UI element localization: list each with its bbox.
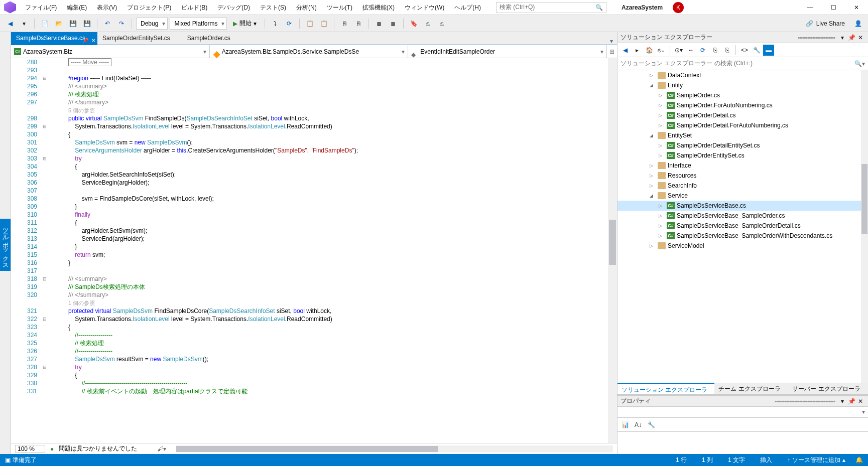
- se-btn-3[interactable]: ⎘: [709, 45, 720, 56]
- document-tab[interactable]: SampleOrderEntitySet.cs: [97, 32, 182, 45]
- tb-icon-4[interactable]: ⎘: [352, 18, 364, 30]
- fold-column[interactable]: ⊟⊟⊟⊟⊟⊟: [41, 58, 48, 443]
- panel-tab[interactable]: チーム エクスプローラー: [714, 383, 788, 394]
- menu-item[interactable]: ウィンドウ(W): [400, 0, 449, 15]
- tree-item[interactable]: ▷DataContext: [617, 70, 868, 80]
- se-btn-6[interactable]: 🔧: [751, 45, 762, 56]
- panel-pin-button[interactable]: 📌: [847, 398, 856, 405]
- tree-item[interactable]: ▷C#SampleDsServiceBase.cs: [617, 201, 868, 211]
- se-sync-button[interactable]: ⎋▾: [656, 45, 667, 56]
- horizontal-scrollbar[interactable]: [176, 445, 613, 452]
- prop-alpha-button[interactable]: A↓: [633, 419, 644, 430]
- tb-icon-2[interactable]: 📋: [318, 18, 330, 30]
- se-btn-5[interactable]: <>: [739, 45, 750, 56]
- document-tab[interactable]: SampleDsServiceBase.cs📌✕: [11, 32, 97, 45]
- menu-item[interactable]: プロジェクト(P): [122, 0, 176, 15]
- save-all-button[interactable]: 💾: [81, 18, 93, 30]
- namespace-combo[interactable]: C# AzareaSystem.Biz: [11, 45, 210, 58]
- menu-item[interactable]: テスト(S): [255, 0, 291, 15]
- menu-item[interactable]: 表示(V): [92, 0, 122, 15]
- tree-scrollbar[interactable]: [861, 70, 868, 383]
- document-tab[interactable]: SampleOrder.cs: [182, 32, 242, 45]
- tree-item[interactable]: ▷C#SampleOrderEntitySet.cs: [617, 150, 868, 161]
- panel-pin-button[interactable]: 📌: [847, 34, 856, 41]
- scrollbar-thumb[interactable]: [861, 164, 867, 234]
- close-button[interactable]: ✕: [845, 0, 868, 15]
- feedback-button[interactable]: 👤: [852, 18, 864, 30]
- tree-item[interactable]: ▷SearchInfo: [617, 181, 868, 191]
- code-content[interactable]: ----- Move ----- #region ----- Find(Data…: [48, 58, 608, 443]
- panel-menu-button[interactable]: ▾: [838, 34, 847, 41]
- menu-item[interactable]: デバッグ(D): [212, 0, 255, 15]
- se-refresh-button[interactable]: ⟳: [697, 45, 708, 56]
- panel-tab[interactable]: ソリューション エクスプローラー: [617, 383, 714, 394]
- menu-item[interactable]: ファイル(F): [20, 0, 62, 15]
- tb-icon-1[interactable]: 📋: [304, 18, 316, 30]
- search-box[interactable]: 検索 (Ctrl+Q) 🔍: [496, 2, 606, 13]
- live-share-button[interactable]: 🔗 Live Share: [801, 20, 850, 27]
- menu-item[interactable]: 編集(E): [62, 0, 92, 15]
- minimize-button[interactable]: —: [799, 0, 822, 15]
- properties-grid[interactable]: [617, 432, 868, 454]
- se-btn-1[interactable]: ⊙▾: [673, 45, 684, 56]
- tree-item[interactable]: ▷Resources: [617, 171, 868, 181]
- menu-item[interactable]: ビルド(B): [176, 0, 212, 15]
- tree-item[interactable]: ▷Interface: [617, 161, 868, 171]
- tree-item[interactable]: ▷C#SampleDsServiceBase_SampleOrder.cs: [617, 211, 868, 221]
- tree-item[interactable]: ◢EntitySet: [617, 130, 868, 140]
- code-editor[interactable]: 2802932942952962972982993003013023033043…: [11, 58, 617, 443]
- panel-close-button[interactable]: ✕: [856, 398, 865, 405]
- save-button[interactable]: 💾: [67, 18, 79, 30]
- tree-item[interactable]: ▷C#SampleOrder.ForAutoNumbering.cs: [617, 100, 868, 110]
- tb-bookmark[interactable]: 🔖: [408, 18, 420, 30]
- class-combo[interactable]: 🔶 AzareaSystem.Biz.SampleDs.Service.Samp…: [210, 45, 409, 58]
- scrollbar-thumb[interactable]: [609, 220, 616, 265]
- properties-object-combo[interactable]: [617, 407, 868, 418]
- tb-icon-6[interactable]: ≣: [387, 18, 399, 30]
- undo-button[interactable]: ↶: [101, 18, 113, 30]
- status-scm[interactable]: ↑ ソース管理に追加 ▴: [787, 456, 845, 464]
- start-debug-button[interactable]: ▶ 開始 ▾: [229, 18, 261, 30]
- tree-item[interactable]: ▷C#SampleDsServiceBase_SampleOrderDetail…: [617, 221, 868, 231]
- se-back-button[interactable]: ◀: [619, 45, 631, 56]
- solution-explorer-search[interactable]: ソリューション エクスプローラー の検索 (Ctrl+:) 🔍▾: [617, 57, 868, 70]
- split-button[interactable]: ⊞: [607, 45, 617, 58]
- se-btn-2[interactable]: ↔: [685, 45, 696, 56]
- tb-icon-7[interactable]: ⎌: [422, 18, 434, 30]
- panel-close-button[interactable]: ✕: [856, 34, 865, 41]
- back-button[interactable]: ◀: [4, 18, 16, 30]
- refresh-button[interactable]: ⟳: [283, 18, 295, 30]
- se-btn-7[interactable]: ▬: [763, 45, 774, 56]
- open-button[interactable]: 📂: [53, 18, 65, 30]
- tree-item[interactable]: ▷C#SampleDsServiceBase_SampleOrderWithDe…: [617, 231, 868, 241]
- tab-overflow-button[interactable]: ▾: [606, 38, 617, 45]
- user-badge[interactable]: K: [673, 2, 684, 13]
- step-button[interactable]: ⤵: [269, 18, 281, 30]
- forward-button[interactable]: ▾: [18, 18, 30, 30]
- prop-categorized-button[interactable]: 📊: [619, 419, 631, 430]
- menu-item[interactable]: 分析(N): [291, 0, 322, 15]
- panel-menu-button[interactable]: ▾: [838, 398, 847, 405]
- new-project-button[interactable]: 📄: [39, 18, 51, 30]
- menu-item[interactable]: 拡張機能(X): [357, 0, 400, 15]
- tree-item[interactable]: ▷C#SampleOrder.cs: [617, 90, 868, 100]
- config-combo[interactable]: Debug: [136, 18, 168, 30]
- tree-item[interactable]: ▷C#SampleOrderDetailEntitySet.cs: [617, 140, 868, 150]
- tree-item[interactable]: ▷ServiceModel: [617, 241, 868, 251]
- se-btn-4[interactable]: ⎘: [721, 45, 732, 56]
- prop-wrench-button[interactable]: 🔧: [646, 419, 657, 430]
- bell-icon[interactable]: 🔔: [855, 456, 863, 463]
- tb-icon-8[interactable]: ⎌: [436, 18, 448, 30]
- redo-button[interactable]: ↷: [115, 18, 128, 30]
- solution-tree[interactable]: ▷DataContext◢Entity▷C#SampleOrder.cs▷C#S…: [617, 70, 868, 383]
- platform-combo[interactable]: Mixed Platforms: [170, 18, 227, 30]
- member-combo[interactable]: ◆ EventIdInitEditSampleOrder: [408, 45, 607, 58]
- tree-item[interactable]: ▷C#SampleOrderDetail.ForAutoNumbering.cs: [617, 120, 868, 130]
- tb-icon-3[interactable]: ⎘: [338, 18, 350, 30]
- tb-icon-5[interactable]: ≣: [373, 18, 385, 30]
- se-home-button[interactable]: 🏠: [644, 45, 655, 56]
- tree-item[interactable]: ▷C#SampleOrderDetail.cs: [617, 110, 868, 120]
- tree-item[interactable]: ◢Service: [617, 191, 868, 201]
- panel-tab[interactable]: サーバー エクスプローラー: [788, 383, 868, 394]
- toolbox-side-tab[interactable]: ツールボックス: [0, 32, 11, 454]
